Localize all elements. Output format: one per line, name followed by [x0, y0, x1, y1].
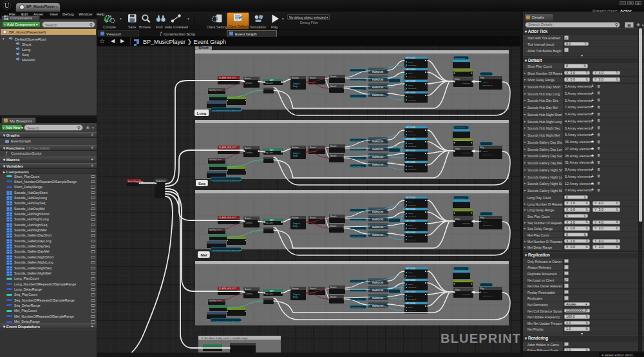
- svg-text:Start Time 0.0: Start Time 0.0: [483, 224, 493, 226]
- svg-text:Branch: Branch: [310, 217, 316, 219]
- svg-text:Branch: Branch: [310, 146, 316, 149]
- svg-text:Target: Target: [408, 73, 413, 75]
- svg-text:Sounds Hub Day S...: Sounds Hub Day S...: [351, 228, 365, 229]
- svg-text:Target: Target: [408, 201, 413, 203]
- svg-text:Branch: Branch: [330, 215, 337, 218]
- svg-text:RANDOM: RANDOM: [372, 211, 383, 213]
- svg-text:RANDOM: RANDOM: [372, 71, 383, 73]
- svg-text:SET SOUND: SET SOUND: [406, 80, 415, 82]
- svg-text:Integer in: Integer in: [293, 222, 300, 225]
- svg-text:Branch: Branch: [330, 155, 337, 157]
- svg-text:New Sound: New Sound: [408, 204, 417, 206]
- svg-text:SET: SET: [270, 79, 274, 82]
- svg-text:New Sound: New Sound: [408, 88, 417, 90]
- svg-text:Target: Target: [408, 284, 413, 285]
- svg-text:SET SOUND: SET SOUND: [406, 279, 415, 282]
- svg-text:Target: Target: [408, 61, 413, 63]
- svg-text:Sounds Hub Day S...: Sounds Hub Day S...: [351, 281, 365, 282]
- svg-text:Play: Play: [480, 77, 484, 79]
- svg-text:Play: Play: [480, 146, 484, 149]
- svg-text:Branch: Branch: [330, 85, 337, 88]
- svg-text:Completed: Completed: [462, 293, 470, 295]
- svg-text:RANDOM: RANDOM: [372, 218, 383, 221]
- svg-text:W_AMB_HUB_EXT...: W_AMB_HUB_EXT...: [219, 217, 238, 219]
- svg-text:Random: Random: [292, 217, 299, 219]
- svg-text:Play Count: Play Count: [265, 293, 273, 295]
- svg-text:W_AMB_HUB_EXT...: W_AMB_HUB_EXT...: [219, 287, 238, 290]
- svg-text:Set Delay Range: Set Delay Range: [455, 127, 466, 128]
- svg-text:Play Count: Play Count: [265, 222, 273, 224]
- svg-text:Range: Range: [293, 85, 298, 88]
- svg-text:SET SOUND: SET SOUND: [406, 57, 415, 59]
- svg-text:Set Delay Range: Set Delay Range: [455, 57, 466, 59]
- svg-text:Target: Target: [408, 142, 413, 144]
- svg-text:Start Time 0.0: Start Time 0.0: [483, 154, 493, 156]
- svg-text:Branch: Branch: [310, 77, 316, 79]
- svg-text:Delay: Delay: [455, 148, 460, 150]
- svg-text:New Sound: New Sound: [408, 310, 417, 312]
- svg-text:New Sound: New Sound: [408, 169, 417, 171]
- svg-text:U: U: [5, 2, 10, 9]
- svg-text:Sounds Hub Day S...: Sounds Hub Day S...: [351, 96, 365, 97]
- svg-text:Play: Play: [480, 217, 484, 219]
- svg-text:Target: Target: [408, 96, 413, 98]
- svg-text:Get Number Of Repeats Of Sampl: Get Number Of Repeats Of Sample Range: [213, 110, 242, 111]
- svg-text:Integer in: Integer in: [293, 293, 300, 296]
- svg-text:Sequence: Sequence: [156, 180, 166, 182]
- svg-text:Branch: Branch: [245, 147, 251, 150]
- svg-text:SET SOUND: SET SOUND: [406, 302, 415, 305]
- svg-text:Start Time 0.0: Start Time 0.0: [483, 295, 493, 297]
- svg-text:Random Float in Range: Random Float in Range: [455, 210, 470, 211]
- svg-text:Target: Target: [408, 295, 413, 297]
- svg-text:Branch: Branch: [330, 286, 337, 289]
- svg-text:Target: Target: [408, 307, 413, 309]
- svg-text:Set Delay Range: Set Delay Range: [455, 268, 466, 269]
- svg-text:Event BeginPlay: Event BeginPlay: [128, 180, 144, 183]
- svg-text:SET: SET: [270, 149, 274, 151]
- svg-text:SET SOUND: SET SOUND: [406, 150, 415, 152]
- svg-text:Random: Random: [292, 77, 299, 79]
- svg-text:Random Float in Range: Random Float in Range: [455, 70, 470, 72]
- svg-text:RANDOM: RANDOM: [372, 289, 383, 292]
- svg-text:Condition: Condition: [245, 82, 253, 84]
- svg-text:Play: Play: [480, 287, 484, 290]
- svg-text:New Sound: New Sound: [408, 298, 417, 300]
- svg-text:New Sound: New Sound: [408, 157, 417, 159]
- svg-text:Get Number Of Repeats Of Sampl: Get Number Of Repeats Of Sample Range: [213, 320, 242, 322]
- svg-text:SET SOUND: SET SOUND: [406, 161, 415, 164]
- svg-text:SET: SET: [270, 290, 274, 293]
- svg-text:Completed: Completed: [462, 152, 470, 154]
- svg-text:SET SOUND: SET SOUND: [406, 92, 415, 94]
- svg-text:SET SOUND: SET SOUND: [406, 197, 415, 199]
- svg-text:SET SOUND: SET SOUND: [406, 291, 415, 293]
- svg-text:New Sound: New Sound: [408, 76, 417, 78]
- svg-text:RANDOM: RANDOM: [372, 282, 383, 284]
- svg-text:Condition: Condition: [245, 293, 253, 295]
- svg-text:Mel: Mel: [200, 253, 207, 257]
- svg-text:Sounds Hub Day S...: Sounds Hub Day S...: [351, 307, 365, 308]
- svg-text:SET SOUND: SET SOUND: [406, 138, 415, 140]
- svg-text:SET SOUND: SET SOUND: [406, 267, 415, 270]
- svg-text:Target: Target: [408, 166, 413, 168]
- svg-text:RANDOM: RANDOM: [372, 148, 383, 151]
- svg-text:New Sound: New Sound: [408, 146, 417, 148]
- svg-text:Target: Target: [408, 84, 413, 86]
- svg-text:Branch: Branch: [330, 296, 337, 298]
- svg-text:Sounds Hub Day S...: Sounds Hub Day S...: [351, 140, 365, 141]
- svg-text:Sounds Hub Day S...: Sounds Hub Day S...: [351, 88, 365, 90]
- svg-text:Branch: Branch: [245, 288, 251, 291]
- svg-text:SET SOUND: SET SOUND: [406, 231, 415, 234]
- svg-text:W_AMB_HUB_EXT...: W_AMB_HUB_EXT...: [219, 146, 238, 149]
- svg-text:Branch: Branch: [245, 77, 251, 80]
- svg-text:Completed: Completed: [462, 222, 470, 224]
- svg-text:Integer in: Integer in: [293, 82, 300, 85]
- svg-text:SET: SET: [270, 219, 274, 222]
- svg-text:Completed: Completed: [462, 82, 470, 84]
- svg-text:Range: Range: [293, 296, 298, 298]
- svg-text:Target: Target: [408, 272, 413, 274]
- svg-text:Sounds Hub Day S...: Sounds Hub Day S...: [351, 219, 365, 220]
- svg-text:New Sound: New Sound: [408, 99, 417, 101]
- svg-text:SET SOUND: SET SOUND: [406, 208, 415, 211]
- svg-text:Random: Random: [292, 146, 299, 149]
- svg-text:New Sound: New Sound: [408, 227, 417, 229]
